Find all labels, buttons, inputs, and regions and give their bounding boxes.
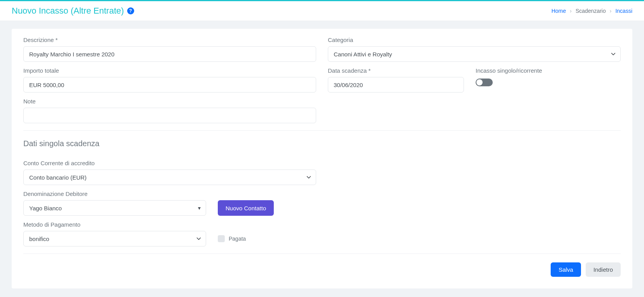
content-wrapper: Descrizione * Categoria Canoni Attivi e …: [0, 21, 644, 296]
note-label: Note: [23, 98, 316, 105]
metodo-select[interactable]: bonifico: [23, 231, 206, 246]
conto-select[interactable]: Conto bancario (EUR): [23, 169, 316, 185]
pagata-checkbox[interactable]: [218, 235, 225, 242]
descrizione-input[interactable]: [23, 46, 316, 62]
ricorrente-toggle[interactable]: [476, 79, 493, 86]
descrizione-group: Descrizione *: [23, 37, 316, 62]
breadcrumb-scadenzario: Scadenzario: [576, 8, 606, 14]
importo-input[interactable]: [23, 77, 316, 93]
data-scadenza-input[interactable]: [328, 77, 464, 93]
breadcrumb: Home › Scadenzario › Incassi: [551, 8, 632, 14]
debitore-group: Denominazione Debitore ▾: [23, 190, 206, 216]
categoria-select[interactable]: Canoni Attivi e Royalty: [328, 46, 621, 62]
categoria-label: Categoria: [328, 37, 621, 43]
toggle-knob: [476, 79, 483, 86]
section-title: Dati singola scadenza: [23, 139, 621, 148]
save-button[interactable]: Salva: [551, 262, 581, 277]
conto-group: Conto Corrente di accredito Conto bancar…: [23, 160, 316, 185]
importo-label: Importo totale: [23, 67, 316, 74]
page-title-text: Nuovo Incasso (Altre Entrate): [12, 6, 124, 16]
debitore-input[interactable]: [23, 200, 206, 216]
ricorrente-group: Incasso singolo/ricorrente: [476, 67, 621, 93]
nuovo-contatto-button[interactable]: Nuovo Contatto: [218, 200, 274, 216]
categoria-group: Categoria Canoni Attivi e Royalty: [328, 37, 621, 62]
metodo-label: Metodo di Pagamento: [23, 221, 206, 228]
note-input[interactable]: [23, 108, 316, 123]
metodo-group: Metodo di Pagamento bonifico: [23, 221, 206, 246]
form-card: Descrizione * Categoria Canoni Attivi e …: [12, 29, 632, 288]
breadcrumb-home[interactable]: Home: [551, 8, 566, 14]
importo-group: Importo totale: [23, 67, 316, 93]
footer-actions: Salva Indietro: [23, 262, 621, 277]
ricorrente-label: Incasso singolo/ricorrente: [476, 67, 621, 74]
page-header: Nuovo Incasso (Altre Entrate) ? Home › S…: [0, 1, 644, 21]
conto-label: Conto Corrente di accredito: [23, 160, 316, 166]
page-title: Nuovo Incasso (Altre Entrate) ?: [12, 6, 134, 16]
back-button[interactable]: Indietro: [586, 262, 621, 277]
descrizione-label: Descrizione *: [23, 37, 316, 43]
note-group: Note: [23, 98, 316, 123]
debitore-label: Denominazione Debitore: [23, 190, 206, 197]
breadcrumb-incassi[interactable]: Incassi: [615, 8, 632, 14]
data-scadenza-group: Data scadenza *: [328, 67, 464, 93]
data-scadenza-label: Data scadenza *: [328, 67, 464, 74]
chevron-right-icon: ›: [570, 8, 572, 14]
help-icon[interactable]: ?: [127, 7, 134, 14]
footer-divider: [23, 253, 621, 254]
pagata-group: Pagata: [218, 231, 246, 246]
pagata-label: Pagata: [229, 236, 246, 242]
chevron-right-icon: ›: [610, 8, 612, 14]
section-divider: [23, 130, 621, 131]
